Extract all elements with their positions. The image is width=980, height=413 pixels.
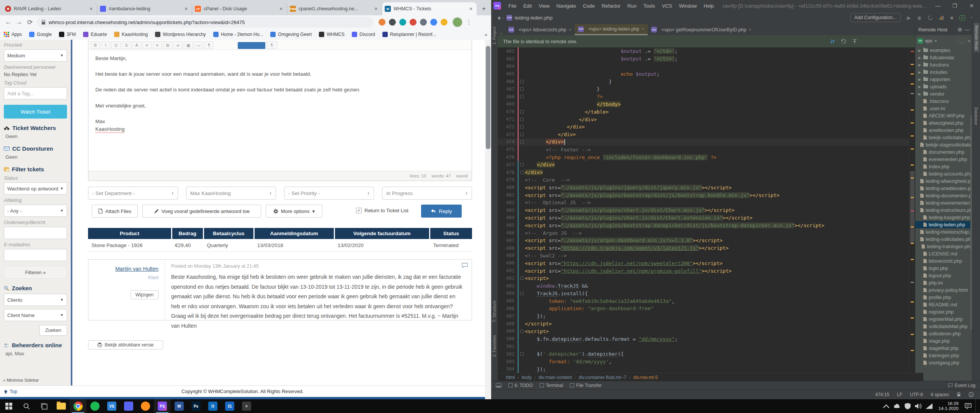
- priority-select[interactable]: Medium▼: [4, 49, 67, 62]
- editor-tab[interactable]: PHP<vps> getRoepnummerOfUserByID.php×: [648, 24, 755, 35]
- toolbar-active-button[interactable]: [238, 42, 265, 49]
- menu-help[interactable]: Help: [700, 3, 717, 9]
- toolbar-extra-button[interactable]: ¶: [266, 41, 277, 49]
- extension-icon-7[interactable]: [441, 19, 448, 26]
- file-encoding[interactable]: UTF-8: [910, 392, 923, 397]
- profiler-icon[interactable]: [939, 15, 944, 20]
- code-line[interactable]: 471 </div>: [498, 115, 909, 123]
- taskbar-word[interactable]: W: [171, 399, 188, 413]
- ticket-select[interactable]: In Progress▲▼: [382, 187, 472, 200]
- code-line[interactable]: 490<script src="https://cdn.jsdelivr.net…: [498, 259, 909, 267]
- breadcrumb-item[interactable]: html: [506, 375, 515, 380]
- fold-marker-icon[interactable]: [520, 118, 524, 121]
- browser-tab[interactable]: #ambulance-leiding×: [97, 2, 192, 15]
- tree-folder[interactable]: ▶includes: [915, 68, 973, 76]
- debug-icon[interactable]: [917, 15, 922, 20]
- fold-marker-icon[interactable]: [520, 352, 524, 356]
- editor-tab[interactable]: PHP<vps> lidoverzicht.php×: [505, 24, 575, 35]
- expand-arrow-icon[interactable]: ▶: [918, 63, 921, 67]
- code-line[interactable]: 494 TrackJS.install({: [498, 290, 909, 298]
- tree-file[interactable]: profile.php: [915, 294, 973, 301]
- code-editor[interactable]: 462 $output .= '</td>';463 $output .= '<…: [498, 47, 909, 373]
- show-desktop-button[interactable]: [975, 399, 978, 413]
- event-log-button[interactable]: Event Log: [948, 383, 975, 388]
- maximize-icon[interactable]: ❐: [946, 3, 963, 9]
- format-button[interactable]: ∞: [173, 41, 183, 49]
- fold-marker-icon[interactable]: [520, 110, 524, 114]
- run-anything-icon[interactable]: [959, 15, 965, 20]
- fold-marker-icon[interactable]: [520, 140, 524, 144]
- code-line[interactable]: 496 application: "argon-dashboard-free": [498, 305, 909, 312]
- minimise-sidebar-link[interactable]: « Minimise Sidebar: [3, 378, 39, 382]
- menu-file[interactable]: File: [505, 3, 520, 9]
- toolwindow-button[interactable]: File Transfer: [570, 383, 602, 388]
- server-more-button[interactable]: ...: [957, 38, 966, 44]
- code-line[interactable]: 477 </div>: [498, 161, 909, 169]
- code-line[interactable]: 486<!-- Argon JS -->: [498, 229, 909, 237]
- watch-ticket-button[interactable]: Watch Ticket: [4, 105, 67, 119]
- code-line[interactable]: 475 <!-- Footer -->: [498, 146, 909, 153]
- add-configuration-button[interactable]: Add Configuration...: [850, 13, 901, 22]
- attach-files-button[interactable]: Attach Files: [92, 205, 138, 218]
- scrollbar-thumb[interactable]: [486, 46, 490, 149]
- tree-file[interactable]: solliciteren.php: [915, 330, 973, 337]
- extension-icon-4[interactable]: [410, 19, 416, 26]
- hidden-icons-chevron[interactable]: [883, 403, 890, 410]
- bookmarks-overflow-icon[interactable]: »: [485, 32, 487, 37]
- breadcrumb-item[interactable]: body: [522, 375, 532, 380]
- menu-view[interactable]: View: [535, 3, 553, 9]
- extension-icon-3[interactable]: [399, 19, 406, 26]
- tree-file[interactable]: anwbkosten.php: [915, 127, 973, 134]
- fold-marker-icon[interactable]: [520, 330, 524, 333]
- panel-overflow-chevron[interactable]: »: [968, 38, 970, 44]
- tree-folder[interactable]: ▶examples: [915, 47, 973, 54]
- bookmark-item[interactable]: WHMCS: [319, 32, 345, 37]
- fold-marker-icon[interactable]: [520, 95, 524, 98]
- back-icon[interactable]: ←: [3, 17, 14, 28]
- browser-tab[interactable]: cPcPanel - Disk Usage×: [192, 2, 287, 15]
- tree-file[interactable]: .htaccess: [915, 98, 973, 105]
- volume-icon[interactable]: [915, 403, 922, 410]
- fold-marker-icon[interactable]: [520, 80, 524, 83]
- code-line[interactable]: 487<script src="./assets/js/argon-dashbo…: [498, 237, 909, 244]
- tree-file[interactable]: leiding-accounts.php: [915, 170, 973, 177]
- tree-file[interactable]: leiding-documenten.php: [915, 192, 973, 199]
- editor-tab[interactable]: PHP<vps> leiding-leden.php×: [575, 24, 648, 35]
- format-button[interactable]: ≡: [142, 41, 152, 49]
- gear-icon[interactable]: [957, 27, 962, 32]
- edit-message-button[interactable]: Wijzigen: [131, 290, 158, 299]
- browser-scrollbar[interactable]: [485, 40, 491, 399]
- menu-vcs[interactable]: VCS: [658, 3, 676, 9]
- code-line[interactable]: 485<script src="./assets/js/plugins/boot…: [498, 221, 909, 229]
- expand-arrow-icon[interactable]: ▶: [918, 92, 921, 96]
- browser-tab[interactable]: PMAcpanel1.cheesehosting.ne...×: [287, 2, 382, 15]
- add-tag-input[interactable]: Add a Tag...: [4, 87, 67, 99]
- forward-icon[interactable]: →: [14, 17, 24, 28]
- tree-file[interactable]: bekijk-stagesollicitatie.php: [915, 141, 973, 148]
- tree-file[interactable]: evenementen.php: [915, 156, 973, 163]
- code-line[interactable]: 466 }: [498, 78, 909, 85]
- tree-file[interactable]: php.ini: [915, 279, 973, 286]
- tree-file[interactable]: bekijk-sollicitatie.php: [915, 134, 973, 141]
- taskbar-phpstorm[interactable]: PS: [154, 399, 171, 413]
- email-input[interactable]: [4, 249, 67, 261]
- code-line[interactable]: 491<script src="https://cdn.jsdelivr.net…: [498, 267, 909, 275]
- code-line[interactable]: 481<script src="./assets/js/plugins/boot…: [498, 191, 909, 199]
- tree-file[interactable]: leiding-trainingen.php: [915, 243, 973, 250]
- taskbar-calculator[interactable]: =: [238, 399, 255, 413]
- fold-marker-icon[interactable]: [520, 87, 524, 91]
- tab-close-icon[interactable]: ×: [642, 26, 644, 32]
- code-line[interactable]: 478</div>: [498, 169, 909, 176]
- lock-icon[interactable]: [957, 392, 961, 397]
- security-shield-icon[interactable]: [904, 403, 911, 410]
- code-line[interactable]: 465 echo $output;: [498, 70, 909, 78]
- more-options-button[interactable]: More options ▾: [266, 205, 322, 218]
- hide-panel-icon[interactable]: —: [965, 27, 970, 33]
- search-type-select[interactable]: Clients▼: [4, 294, 67, 306]
- tree-file[interactable]: sollicitatieMail.php: [915, 323, 973, 330]
- taskbar-chrome[interactable]: [70, 399, 87, 413]
- code-line[interactable]: 463 $output .= '</tr>';: [498, 55, 909, 63]
- expand-arrow-icon[interactable]: ▶: [918, 70, 921, 74]
- tree-file[interactable]: login.php: [915, 265, 973, 272]
- taskbar-outlook[interactable]: O: [204, 399, 221, 413]
